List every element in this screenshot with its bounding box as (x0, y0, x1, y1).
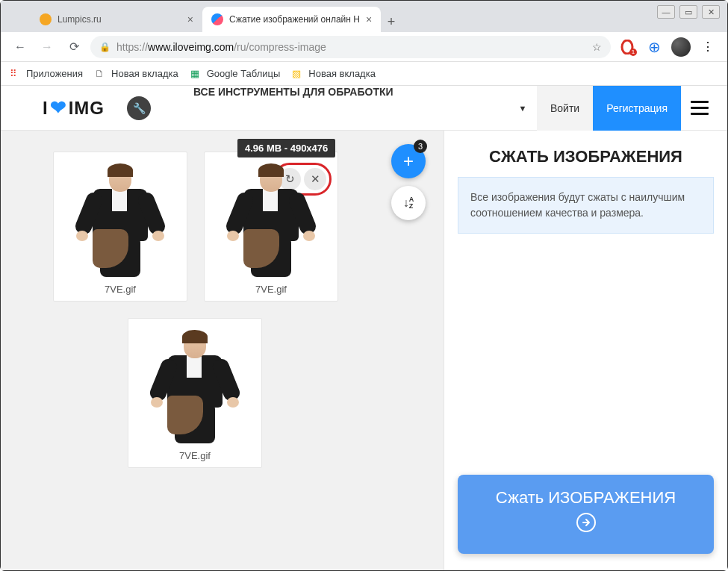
window-close-button[interactable]: ✕ (702, 5, 720, 19)
apps-grid-icon: ⠿ (10, 68, 22, 80)
site-header: I ❤ IMG 🔧 ▼ Войти Регистрация (1, 86, 727, 131)
compress-sidebar: СЖАТЬ ИЗОБРАЖЕНИЯ Все изображения будут … (444, 131, 727, 570)
tab-close-icon[interactable]: × (187, 13, 193, 25)
sort-files-fab[interactable]: ↓ A Z (391, 186, 426, 220)
tab-favicon-icon (40, 13, 52, 25)
new-tab-button[interactable]: + (381, 11, 402, 32)
compression-info-box: Все изображения будут сжаты с наилучшим … (458, 177, 714, 234)
file-name: 7VE.gif (179, 444, 211, 464)
tab-title: Сжатие изображений онлайн Н (229, 14, 360, 25)
window-controls: — ▭ ✕ (657, 5, 720, 19)
compress-images-button[interactable]: Сжать ИЗОБРАЖЕНИЯ (458, 475, 714, 554)
hamburger-icon (691, 107, 709, 109)
bookmark-new-tab-2[interactable]: ▧ Новая вкладка (292, 68, 376, 80)
language-dropdown[interactable]: ▼ (508, 86, 537, 131)
file-card[interactable]: 7VE.gif (53, 152, 187, 302)
heart-icon: ❤ (50, 96, 67, 119)
extension-opera-icon[interactable]: 1 (617, 37, 638, 57)
window-minimize-button[interactable]: — (657, 5, 675, 19)
cta-label: Сжать ИЗОБРАЖЕНИЯ (465, 488, 706, 508)
browser-menu-button[interactable]: ⋮ (697, 37, 718, 57)
bookmark-apps[interactable]: ⠿ Приложения (10, 68, 83, 80)
nav-forward-button[interactable]: → (37, 37, 57, 57)
wrench-icon: 🔧 (133, 102, 146, 114)
lock-icon: 🔒 (99, 42, 111, 52)
arrow-right-circle-icon (465, 512, 706, 537)
logo-text: IMG (69, 98, 105, 119)
tools-wrench-button[interactable]: 🔧 (127, 96, 151, 120)
file-name: 7VE.gif (255, 278, 287, 298)
file-grid-area: 7VE.gif 4.96 MB - 490x476 ↻ ✕ 7VE.gif (1, 131, 444, 570)
file-thumbnail (135, 325, 255, 444)
bookmark-label: Приложения (26, 68, 83, 79)
browser-tab-strip: Lumpics.ru × Сжатие изображений онлайн Н… (1, 1, 727, 32)
profile-avatar[interactable] (671, 37, 691, 57)
sort-arrow-icon: ↓ (403, 196, 409, 210)
nav-back-button[interactable]: ← (10, 37, 31, 57)
tab-close-icon[interactable]: × (366, 13, 372, 25)
nav-reload-button[interactable]: ⟳ (63, 37, 84, 57)
sort-az-icon: A Z (409, 196, 414, 210)
menu-hamburger-button[interactable] (681, 86, 718, 131)
site-logo[interactable]: I ❤ IMG (43, 96, 105, 119)
url-text: https:// www.iloveimg.com /ru/compress-i… (116, 41, 326, 53)
tab-favicon-icon (211, 13, 223, 25)
bookmark-label: Новая вкладка (308, 68, 376, 79)
tab-title: Lumpics.ru (57, 14, 102, 25)
register-button[interactable]: Регистрация (593, 86, 681, 131)
bookmark-star-icon[interactable]: ☆ (592, 41, 602, 53)
page-icon: 🗋 (95, 68, 107, 80)
logo-text: I (43, 98, 49, 119)
window-maximize-button[interactable]: ▭ (679, 5, 697, 19)
sidebar-title: СЖАТЬ ИЗОБРАЖЕНИЯ (458, 147, 714, 166)
file-size-tooltip: 4.96 MB - 490x476 (237, 139, 335, 157)
file-thumbnail (60, 158, 180, 278)
browser-tab-lumpics[interactable]: Lumpics.ru × (31, 7, 202, 32)
page-icon: ▧ (292, 68, 304, 80)
file-name: 7VE.gif (105, 278, 136, 298)
bookmark-new-tab-1[interactable]: 🗋 Новая вкладка (95, 68, 178, 80)
browser-tab-iloveimg[interactable]: Сжатие изображений онлайн Н × (202, 7, 381, 32)
bookmark-google-sheets[interactable]: ▦ Google Таблицы (190, 68, 281, 80)
bookmark-label: Новая вкладка (111, 68, 178, 79)
bookmark-label: Google Таблицы (207, 68, 281, 79)
sheets-icon: ▦ (190, 68, 202, 80)
add-files-fab[interactable]: + 3 (391, 144, 426, 178)
address-bar[interactable]: 🔒 https:// www.iloveimg.com /ru/compress… (90, 36, 611, 58)
page-content: ВСЕ ИНСТРУМЕНТЫ ДЛЯ ОБРАБОТКИ I ❤ IMG 🔧 … (1, 86, 727, 570)
extension-badge: 1 (629, 49, 637, 56)
file-card[interactable]: 4.96 MB - 490x476 ↻ ✕ 7VE.gif (204, 152, 338, 302)
login-button[interactable]: Войти (537, 86, 593, 131)
bookmarks-bar: ⠿ Приложения 🗋 Новая вкладка ▦ Google Та… (1, 62, 727, 86)
extension-globe-icon[interactable]: ⊕ (644, 37, 665, 57)
file-card[interactable]: 7VE.gif (128, 318, 262, 468)
browser-toolbar: ← → ⟳ 🔒 https:// www.iloveimg.com /ru/co… (1, 32, 727, 62)
plus-icon: + (403, 151, 414, 172)
file-count-badge: 3 (414, 140, 427, 153)
